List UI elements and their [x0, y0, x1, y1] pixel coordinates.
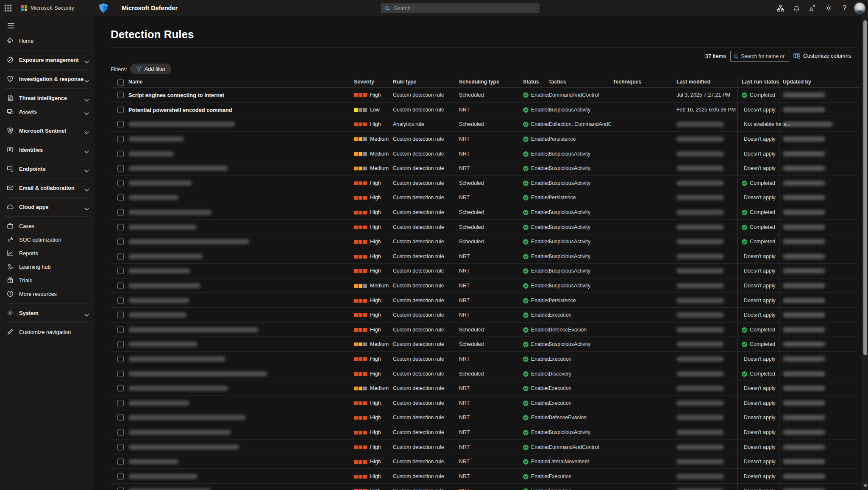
- row-checkbox[interactable]: [117, 209, 124, 216]
- rule-name-redacted[interactable]: [128, 312, 186, 317]
- nav-collapse-icon[interactable]: [3, 19, 19, 32]
- rule-name-redacted[interactable]: [128, 225, 197, 230]
- org-chart-icon[interactable]: [773, 1, 787, 15]
- scrollbar-thumb[interactable]: [863, 20, 867, 355]
- rule-name-redacted[interactable]: [128, 254, 203, 259]
- row-checkbox[interactable]: [117, 224, 124, 230]
- rule-name-redacted[interactable]: [128, 371, 267, 376]
- sidebar-item-investigation-response[interactable]: Investigation & response: [0, 72, 95, 86]
- column-header-techniques[interactable]: Techniques: [613, 79, 641, 85]
- sidebar-item-endpoints[interactable]: Endpoints: [0, 162, 95, 175]
- row-checkbox[interactable]: [117, 297, 124, 303]
- rule-name-redacted[interactable]: [128, 298, 189, 303]
- rule-name-redacted[interactable]: [128, 181, 192, 186]
- rule-name-redacted[interactable]: [128, 166, 228, 171]
- rule-name-redacted[interactable]: [128, 239, 249, 244]
- row-checkbox[interactable]: [117, 473, 124, 479]
- row-checkbox[interactable]: [117, 165, 124, 172]
- row-checkbox[interactable]: [117, 385, 124, 392]
- sidebar-item-cloud-apps[interactable]: Cloud apps: [0, 200, 95, 214]
- bell-icon[interactable]: [790, 1, 803, 15]
- column-header-scheduling-type[interactable]: Scheduling type: [459, 79, 499, 85]
- column-header-last-modified[interactable]: Last modified: [676, 79, 710, 85]
- row-checkbox[interactable]: [117, 356, 124, 362]
- row-checkbox[interactable]: [117, 253, 124, 259]
- sidebar-item-identities[interactable]: Identities: [0, 143, 95, 156]
- row-checkbox[interactable]: [117, 312, 124, 318]
- sidebar-item-more-resources[interactable]: More resources: [0, 287, 95, 301]
- sidebar-item-cases[interactable]: Cases: [0, 219, 95, 233]
- row-checkbox[interactable]: [117, 121, 124, 128]
- rule-name-redacted[interactable]: [128, 136, 184, 142]
- column-header-name[interactable]: Name: [128, 79, 143, 85]
- rule-name-redacted[interactable]: [128, 401, 189, 406]
- gear-icon[interactable]: [822, 1, 835, 15]
- column-header-tactics[interactable]: Tactics: [548, 79, 566, 85]
- rule-name-redacted[interactable]: [128, 122, 235, 127]
- global-search-input[interactable]: [394, 6, 535, 11]
- column-header-last-run-status[interactable]: Last run status: [742, 79, 779, 85]
- row-checkbox[interactable]: [117, 429, 124, 435]
- sidebar-item-email-collaboration[interactable]: Email & collaboration: [0, 181, 95, 195]
- table-search-input[interactable]: [741, 53, 786, 59]
- add-filter-button[interactable]: Add filter: [130, 64, 171, 74]
- sidebar-item-system[interactable]: System: [0, 306, 95, 320]
- microsoft-security-brand[interactable]: Microsoft Security: [21, 5, 74, 11]
- row-checkbox[interactable]: [117, 488, 124, 490]
- row-checkbox[interactable]: [117, 415, 124, 421]
- sidebar-item-assets[interactable]: Assets: [0, 105, 95, 118]
- row-checkbox[interactable]: [117, 341, 124, 348]
- sidebar-item-customize-navigation[interactable]: Customize navigation: [0, 325, 95, 339]
- rule-name-redacted[interactable]: [128, 283, 200, 288]
- rule-name-redacted[interactable]: [128, 386, 228, 391]
- rule-name[interactable]: Potential powershell encoded command: [128, 106, 232, 113]
- row-checkbox[interactable]: [117, 180, 124, 186]
- row-checkbox[interactable]: [117, 239, 124, 245]
- row-checkbox[interactable]: [117, 283, 124, 289]
- column-header-status[interactable]: Status: [523, 79, 539, 85]
- row-checkbox[interactable]: [117, 150, 124, 157]
- rule-name-redacted[interactable]: [128, 488, 211, 490]
- row-checkbox[interactable]: [117, 326, 124, 333]
- rule-name-redacted[interactable]: [128, 459, 178, 464]
- row-checkbox[interactable]: [117, 400, 124, 406]
- rule-name[interactable]: Script engines connecting to internet: [128, 92, 224, 98]
- row-checkbox[interactable]: [117, 459, 124, 465]
- column-header-updated-by[interactable]: Updated by: [783, 79, 811, 85]
- sidebar-item-soc-optimization[interactable]: SOC optimization: [0, 233, 95, 246]
- rule-name-redacted[interactable]: [128, 327, 259, 332]
- rule-name-redacted[interactable]: [128, 268, 190, 273]
- row-checkbox[interactable]: [117, 195, 124, 201]
- scrollbar-down-arrow[interactable]: [863, 484, 868, 487]
- row-checkbox[interactable]: [117, 268, 124, 274]
- help-icon[interactable]: ?: [838, 1, 851, 15]
- rule-name-redacted[interactable]: [128, 415, 246, 420]
- rule-name-redacted[interactable]: [128, 195, 178, 200]
- user-avatar[interactable]: [854, 3, 865, 14]
- rule-name-redacted[interactable]: [128, 342, 198, 347]
- global-search[interactable]: [381, 3, 540, 13]
- sidebar-item-microsoft-sentinel[interactable]: Microsoft Sentinel: [0, 124, 95, 137]
- table-search[interactable]: [730, 51, 789, 62]
- column-header-rule-type[interactable]: Rule type: [393, 79, 416, 85]
- app-launcher-icon[interactable]: [0, 0, 16, 16]
- rule-name-redacted[interactable]: [128, 210, 211, 215]
- select-all-checkbox[interactable]: [117, 80, 124, 86]
- row-checkbox[interactable]: [117, 106, 124, 113]
- row-checkbox[interactable]: [117, 136, 124, 142]
- sidebar-item-home[interactable]: Home: [0, 34, 95, 47]
- rule-name-redacted[interactable]: [128, 474, 198, 479]
- sidebar-item-learning-hub[interactable]: Learning hub: [0, 260, 95, 273]
- row-checkbox[interactable]: [117, 92, 124, 98]
- sidebar-item-reports[interactable]: Reports: [0, 246, 95, 260]
- community-icon[interactable]: [806, 1, 819, 15]
- sidebar-item-threat-intelligence[interactable]: Threat intelligence: [0, 91, 95, 105]
- rule-name-redacted[interactable]: [128, 356, 225, 362]
- rule-name-redacted[interactable]: [128, 151, 174, 156]
- rule-name-redacted[interactable]: [128, 430, 231, 435]
- rule-name-redacted[interactable]: [128, 445, 239, 450]
- column-header-severity[interactable]: Severity: [354, 79, 374, 85]
- sidebar-item-trials[interactable]: Trials: [0, 273, 95, 287]
- row-checkbox[interactable]: [117, 444, 124, 450]
- row-checkbox[interactable]: [117, 370, 124, 377]
